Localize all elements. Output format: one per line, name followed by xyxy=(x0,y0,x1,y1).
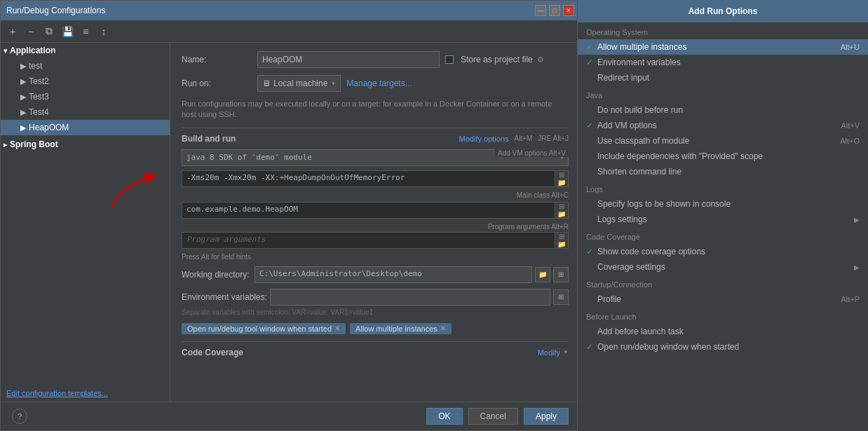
store-project-checkbox[interactable] xyxy=(445,55,454,64)
vm-expand-button[interactable]: ⊞ xyxy=(555,171,568,179)
window-controls: — □ ✕ xyxy=(535,5,574,16)
sdk-row: java 8 SDK of 'demo' module ▼ Add VM opt… xyxy=(182,149,569,166)
config-icon-3: ▶ xyxy=(20,93,26,102)
minimize-button[interactable]: — xyxy=(535,5,546,16)
sort-config-button[interactable]: ≡ xyxy=(78,24,93,39)
env-vars-input[interactable] xyxy=(270,289,550,306)
spring-boot-label: Spring Boot xyxy=(10,139,58,149)
main-class-icons: ⊞ 📁 xyxy=(555,202,569,219)
store-project-label: Store as project file xyxy=(461,55,533,64)
name-row: Name: Store as project file ⚙ xyxy=(182,51,569,68)
main-class-input[interactable]: com.example.demo.HeapOOM xyxy=(182,202,555,219)
tree-item-test4[interactable]: ▶ Test4 xyxy=(1,104,170,120)
footer-left: ? xyxy=(12,409,27,424)
remove-config-button[interactable]: − xyxy=(23,24,39,39)
popup-section-before-launch: Before Launch xyxy=(578,307,868,324)
popup-item-allow-multiple[interactable]: ✓ Allow multiple instances Alt+U xyxy=(578,39,868,55)
edit-templates-link[interactable]: Edit configuration templates... xyxy=(1,385,170,402)
tag-allow-multiple: Allow multiple instances ✕ xyxy=(350,323,452,334)
settings-icon: ⚙ xyxy=(537,55,544,64)
tree-section-application[interactable]: ▾ Application xyxy=(1,43,170,58)
add-config-button[interactable]: + xyxy=(5,24,20,39)
env-sep-text: Separate variables with semicolon: VAR=v… xyxy=(182,308,569,316)
cancel-button[interactable]: Cancel xyxy=(468,408,518,425)
main-class-hint: Main class Alt+C xyxy=(182,191,569,199)
close-button[interactable]: ✕ xyxy=(563,5,574,16)
run-on-select[interactable]: 🖥 Local machine ▼ xyxy=(257,75,341,92)
run-debug-dialog: Run/Debug Configurations — □ ✕ + − ⧉ 💾 ≡… xyxy=(0,0,581,431)
prog-file-button[interactable]: 📁 xyxy=(555,240,568,248)
tree-item-heapoom[interactable]: ▶ HeapOOM xyxy=(1,120,170,135)
copy-config-button[interactable]: ⧉ xyxy=(41,24,57,39)
vm-args-row: -Xms20m -Xmx20m -XX:+HeapDumpOnOutOfMemo… xyxy=(182,170,569,187)
working-dir-input[interactable]: C:\Users\Administrator\Desktop\demo xyxy=(255,266,532,283)
name-input[interactable] xyxy=(257,51,440,68)
working-dir-folder-button[interactable]: 📁 xyxy=(535,267,550,282)
env-vars-label: Environment variables: xyxy=(182,292,267,302)
maximize-button[interactable]: □ xyxy=(549,5,560,16)
popup-item-shorten-cmd[interactable]: Shorten command line xyxy=(578,164,868,179)
working-dir-label: Working directory: xyxy=(182,270,252,280)
modify-arrow-icon: ▼ xyxy=(563,349,569,355)
main-class-file-button[interactable]: 📁 xyxy=(555,210,568,218)
popup-item-env-vars[interactable]: ✓ Environment variables xyxy=(578,55,868,70)
vm-args-input[interactable]: -Xms20m -Xmx20m -XX:+HeapDumpOnOutOfMemo… xyxy=(182,170,555,187)
dialog-title: Run/Debug Configurations xyxy=(6,6,105,15)
logs-settings-arrow-icon: ▶ xyxy=(854,216,860,224)
prog-args-hint-row: Program arguments Alt+R xyxy=(182,223,569,231)
tree-item-test[interactable]: ▶ test xyxy=(1,58,170,74)
code-coverage-title: Code Coverage xyxy=(182,348,243,357)
popup-item-profile[interactable]: Profile Alt+P xyxy=(578,292,868,307)
apply-button[interactable]: Apply xyxy=(524,408,569,425)
help-button[interactable]: ? xyxy=(12,409,27,424)
modify-options-link[interactable]: Modify options xyxy=(459,135,509,143)
code-coverage-section: Code Coverage Modify ▼ xyxy=(182,341,569,357)
tree-item-test3[interactable]: ▶ Test3 xyxy=(1,89,170,104)
main-class-expand-button[interactable]: ⊞ xyxy=(555,203,568,210)
tree-section-springboot[interactable]: ▸ Spring Boot xyxy=(1,137,170,152)
popup-item-include-deps[interactable]: Include dependencies with "Provided" sco… xyxy=(578,149,868,164)
jre-hint: JRE Alt+J xyxy=(538,135,569,142)
popup-item-no-build[interactable]: Do not build before run xyxy=(578,102,868,118)
program-args-input[interactable]: Program arguments xyxy=(182,232,555,249)
build-run-section: Build and run Modify options Alt+M JRE A… xyxy=(182,128,569,144)
popup-item-coverage-settings[interactable]: Coverage settings ▶ xyxy=(578,259,868,275)
popup-header: Add Run Options xyxy=(578,0,868,22)
run-on-label: Run on: xyxy=(182,78,252,88)
popup-item-add-before-launch[interactable]: Add before launch task xyxy=(578,324,868,339)
ok-button[interactable]: OK xyxy=(426,408,462,425)
arrow-icon: ▾ xyxy=(4,47,7,55)
config-icon-4: ▶ xyxy=(20,108,26,117)
working-dir-browse-button[interactable]: ⊞ xyxy=(553,267,569,282)
local-machine-icon: 🖥 xyxy=(262,78,271,88)
tree-item-test2[interactable]: ▶ Test2 xyxy=(1,74,170,89)
popup-item-classpath[interactable]: Use classpath of module Alt+O xyxy=(578,133,868,149)
move-config-button[interactable]: ↕ xyxy=(96,24,111,39)
popup-section-os: Operating System xyxy=(578,22,868,39)
check-icon-4: ✓ xyxy=(586,121,597,130)
popup-item-specify-logs[interactable]: Specify logs to be shown in console xyxy=(578,196,868,212)
program-args-icons: ⊞ 📁 xyxy=(555,232,569,249)
press-alt-hint: Press Alt for field hints xyxy=(182,253,569,261)
program-args-hint: Program arguments Alt+R xyxy=(488,223,569,231)
vm-args-icons: ⊞ 📁 xyxy=(555,170,569,187)
vm-file-button[interactable]: 📁 xyxy=(555,179,568,186)
manage-targets-link[interactable]: Manage targets... xyxy=(346,78,412,88)
popup-item-redirect[interactable]: Redirect input xyxy=(578,70,868,85)
tag-close-1[interactable]: ✕ xyxy=(440,324,446,332)
tag-close-0[interactable]: ✕ xyxy=(334,324,340,332)
popup-item-open-debug-window[interactable]: ✓ Open run/debug window when started xyxy=(578,339,868,355)
env-vars-expand-button[interactable]: ⊞ xyxy=(553,289,569,305)
popup-item-logs-settings[interactable]: Logs settings ▶ xyxy=(578,212,868,227)
modify-coverage-link[interactable]: Modify xyxy=(538,348,560,357)
toolbar: + − ⧉ 💾 ≡ ↕ xyxy=(1,20,580,43)
popup-item-show-coverage[interactable]: ✓ Show code coverage options xyxy=(578,244,868,259)
program-args-row: Program arguments ⊞ 📁 xyxy=(182,232,569,249)
title-bar: Run/Debug Configurations — □ ✕ xyxy=(1,1,580,20)
prog-expand-button[interactable]: ⊞ xyxy=(555,233,568,240)
save-config-button[interactable]: 💾 xyxy=(60,24,75,39)
popup-item-add-vm[interactable]: ✓ Add VM options Alt+V xyxy=(578,118,868,133)
config-icon: ▶ xyxy=(20,62,26,71)
dropdown-arrow-icon: ▼ xyxy=(330,81,336,87)
sdk-value: java 8 SDK of 'demo' module xyxy=(187,153,312,162)
